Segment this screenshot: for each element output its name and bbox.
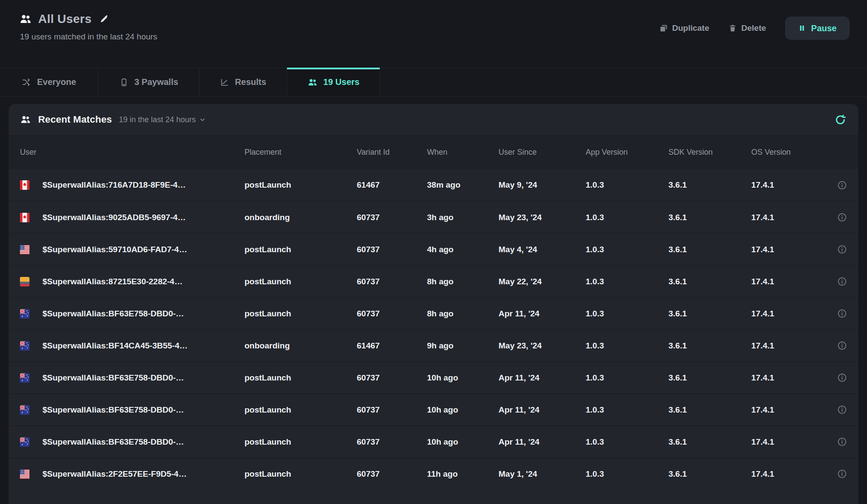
- table-row[interactable]: $SuperwallAlias:BF63E758-DBD0-… postLaun…: [9, 361, 858, 393]
- table-row[interactable]: $SuperwallAlias:BF63E758-DBD0-… postLaun…: [9, 426, 858, 458]
- app-version-cell: 1.0.3: [586, 277, 668, 286]
- placement-cell: postLaunch: [244, 469, 357, 479]
- user-since-cell: May 23, '24: [499, 341, 586, 351]
- user-since-cell: Apr 11, '24: [499, 373, 586, 383]
- app-header: All Users 19 users matched in the last 2…: [0, 0, 867, 68]
- recent-matches-panel: Recent Matches 19 in the last 24 hours U…: [9, 104, 858, 504]
- panel-header: Recent Matches 19 in the last 24 hours: [9, 104, 858, 135]
- australia-flag-icon: [20, 437, 29, 447]
- colombia-flag-icon: [20, 277, 29, 286]
- placement-cell: postLaunch: [244, 180, 357, 190]
- when-cell: 10h ago: [427, 373, 499, 383]
- app-version-cell: 1.0.3: [586, 245, 668, 254]
- info-icon[interactable]: [837, 437, 847, 447]
- user-since-cell: May 9, '24: [499, 180, 586, 190]
- phone-icon: [119, 78, 129, 87]
- chart-icon: [220, 78, 229, 87]
- usa-flag-icon: [20, 469, 29, 479]
- placement-cell: onboarding: [244, 213, 357, 222]
- info-icon[interactable]: [837, 276, 847, 286]
- panel-title: Recent Matches: [38, 114, 112, 125]
- user-since-cell: Apr 11, '24: [499, 437, 586, 447]
- tab-paywalls[interactable]: 3 Paywalls: [98, 68, 199, 96]
- tab-everyone[interactable]: Everyone: [0, 68, 98, 96]
- user-since-cell: Apr 11, '24: [499, 309, 586, 319]
- users-icon: [20, 114, 31, 125]
- placement-cell: postLaunch: [244, 309, 357, 319]
- user-alias: $SuperwallAlias:BF63E758-DBD0-…: [42, 437, 184, 447]
- info-icon[interactable]: [837, 244, 847, 254]
- sdk-version-cell: 3.6.1: [668, 469, 751, 479]
- user-alias: $SuperwallAlias:BF63E758-DBD0-…: [42, 405, 184, 415]
- edit-pencil-icon[interactable]: [99, 14, 109, 24]
- when-cell: 8h ago: [427, 309, 499, 319]
- variant-id-cell: 60737: [357, 309, 427, 319]
- duplicate-button[interactable]: Duplicate: [659, 23, 710, 33]
- when-cell: 9h ago: [427, 341, 499, 351]
- variant-id-cell: 60737: [357, 437, 427, 447]
- tab-bar: Everyone 3 Paywalls Results 19 Users: [0, 68, 867, 97]
- app-version-cell: 1.0.3: [586, 437, 668, 447]
- info-icon[interactable]: [837, 405, 847, 415]
- app-version-cell: 1.0.3: [586, 180, 668, 190]
- pause-button[interactable]: Pause: [785, 16, 850, 40]
- os-version-cell: 17.4.1: [751, 277, 828, 286]
- when-cell: 8h ago: [427, 277, 499, 286]
- user-alias: $SuperwallAlias:9025ADB5-9697-4…: [42, 213, 186, 222]
- table-row[interactable]: $SuperwallAlias:BF63E758-DBD0-… postLaun…: [9, 393, 858, 426]
- tab-results[interactable]: Results: [199, 68, 287, 96]
- table-row[interactable]: $SuperwallAlias:BF63E758-DBD0-… postLaun…: [9, 297, 858, 329]
- user-alias: $SuperwallAlias:87215E30-2282-4…: [42, 277, 183, 286]
- delete-button[interactable]: Delete: [728, 23, 766, 33]
- range-dropdown[interactable]: 19 in the last 24 hours: [119, 115, 206, 124]
- sdk-version-cell: 3.6.1: [668, 437, 751, 447]
- os-version-cell: 17.4.1: [751, 341, 828, 351]
- info-icon[interactable]: [837, 341, 847, 351]
- user-since-cell: Apr 11, '24: [499, 405, 586, 415]
- app-version-cell: 1.0.3: [586, 213, 668, 222]
- when-cell: 3h ago: [427, 213, 499, 222]
- tab-users[interactable]: 19 Users: [287, 68, 380, 96]
- info-icon[interactable]: [837, 373, 847, 383]
- os-version-cell: 17.4.1: [751, 245, 828, 254]
- chevron-down-icon: [199, 116, 206, 123]
- col-header-app-version: App Version: [586, 148, 668, 157]
- tab-paywalls-label: 3 Paywalls: [134, 77, 178, 87]
- sdk-version-cell: 3.6.1: [668, 180, 751, 190]
- col-header-sdk-version: SDK Version: [668, 148, 751, 157]
- placement-cell: postLaunch: [244, 245, 357, 254]
- tab-users-label: 19 Users: [323, 77, 359, 87]
- info-icon[interactable]: [837, 180, 847, 190]
- title-block: All Users 19 users matched in the last 2…: [19, 12, 157, 42]
- table-row[interactable]: $SuperwallAlias:9025ADB5-9697-4… onboard…: [9, 201, 858, 233]
- variant-id-cell: 60737: [357, 405, 427, 415]
- users-icon: [19, 13, 32, 26]
- os-version-cell: 17.4.1: [751, 405, 828, 415]
- delete-label: Delete: [741, 23, 766, 33]
- info-icon[interactable]: [837, 309, 847, 319]
- sdk-version-cell: 3.6.1: [668, 245, 751, 254]
- table-body: $SuperwallAlias:716A7D18-8F9E-4… postLau…: [9, 169, 858, 490]
- duplicate-label: Duplicate: [672, 23, 710, 33]
- table-row[interactable]: $SuperwallAlias:87215E30-2282-4… postLau…: [9, 265, 858, 297]
- placement-cell: postLaunch: [244, 405, 357, 415]
- info-icon[interactable]: [837, 212, 847, 222]
- sdk-version-cell: 3.6.1: [668, 277, 751, 286]
- user-alias: $SuperwallAlias:BF63E758-DBD0-…: [42, 309, 184, 319]
- users-icon: [307, 77, 318, 88]
- trash-icon: [728, 24, 737, 33]
- table-row[interactable]: $SuperwallAlias:59710AD6-FAD7-4… postLau…: [9, 233, 858, 265]
- variant-id-cell: 60737: [357, 213, 427, 222]
- variant-id-cell: 61467: [357, 341, 427, 351]
- placement-cell: postLaunch: [244, 437, 357, 447]
- info-icon[interactable]: [837, 469, 847, 479]
- table-row[interactable]: $SuperwallAlias:2F2E57EE-F9D5-4… postLau…: [9, 458, 858, 490]
- duplicate-icon: [659, 24, 668, 33]
- table-row[interactable]: $SuperwallAlias:716A7D18-8F9E-4… postLau…: [9, 169, 858, 201]
- table-row[interactable]: $SuperwallAlias:BF14CA45-3B55-4… onboard…: [9, 329, 858, 361]
- app-version-cell: 1.0.3: [586, 373, 668, 383]
- refresh-icon[interactable]: [834, 114, 846, 126]
- tab-results-label: Results: [235, 77, 266, 87]
- sdk-version-cell: 3.6.1: [668, 373, 751, 383]
- pause-icon: [798, 24, 806, 32]
